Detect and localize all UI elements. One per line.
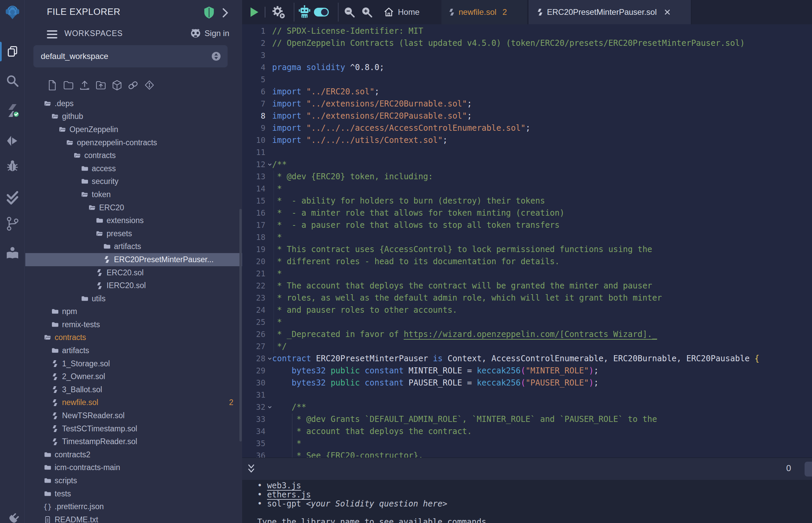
line-number[interactable]: 25 xyxy=(242,316,267,328)
sidebar-item-unit-testing[interactable] xyxy=(0,190,25,206)
remix-logo[interactable] xyxy=(0,3,25,22)
upload-file-icon[interactable] xyxy=(79,79,90,91)
chevron-right-icon[interactable] xyxy=(222,7,229,18)
line-number[interactable]: 6 xyxy=(242,86,267,98)
line-number[interactable]: 28 xyxy=(242,353,267,365)
create-folder-icon[interactable] xyxy=(63,79,73,91)
line-number[interactable]: 18 xyxy=(242,231,267,243)
sidebar-item-solidity-compiler[interactable] xyxy=(0,101,25,121)
line-number[interactable]: 16 xyxy=(242,207,267,219)
line-number[interactable]: 11 xyxy=(242,146,267,158)
line-number[interactable]: 2 xyxy=(242,37,267,49)
tree-item-token[interactable]: token xyxy=(25,188,242,201)
ai-assistant-robot-icon[interactable] xyxy=(297,0,312,24)
line-number[interactable]: 20 xyxy=(242,255,267,268)
publish-workspace-icon[interactable] xyxy=(112,79,122,91)
tree-item-remix-tests[interactable]: remix-tests xyxy=(25,318,242,331)
fold-chevron-icon[interactable] xyxy=(267,401,272,413)
line-number[interactable]: 1 xyxy=(242,25,267,37)
line-number[interactable]: 9 xyxy=(242,122,267,134)
terminal-link[interactable]: web3.js xyxy=(267,481,301,490)
tree-item-artifacts[interactable]: artifacts xyxy=(25,240,242,253)
tree-item-tests[interactable]: tests xyxy=(25,487,242,501)
line-number[interactable]: 12 xyxy=(242,158,267,170)
line-number[interactable]: 36 xyxy=(242,450,267,458)
shield-icon[interactable] xyxy=(203,6,215,20)
tree-item-erc20-sol[interactable]: ERC20.sol xyxy=(25,266,242,279)
tab-newfile-sol[interactable]: newfile.sol 2 xyxy=(441,0,527,24)
terminal-bar[interactable]: 0 xyxy=(242,458,812,480)
line-number[interactable]: 29 xyxy=(242,365,267,377)
workspace-select[interactable]: default_workspace xyxy=(33,45,228,67)
line-number[interactable]: 21 xyxy=(242,268,267,280)
sidebar-item-debugger[interactable] xyxy=(0,158,25,173)
tree-item-presets[interactable]: presets xyxy=(25,227,242,240)
line-number[interactable]: 13 xyxy=(242,170,267,183)
tree-item-deps[interactable]: .deps xyxy=(25,97,242,110)
line-number[interactable]: 7 xyxy=(242,98,267,110)
tree-item-1-storage-sol[interactable]: 1_Storage.sol xyxy=(25,357,242,371)
tree-item-scripts[interactable]: scripts xyxy=(25,474,242,487)
tree-item-openzeppelin[interactable]: OpenZeppelin xyxy=(25,123,242,136)
fold-chevron-icon[interactable] xyxy=(267,158,272,170)
line-number[interactable]: 14 xyxy=(242,183,267,195)
tree-item-access[interactable]: access xyxy=(25,162,242,175)
line-number[interactable]: 30 xyxy=(242,377,267,389)
tree-item-2-owner-sol[interactable]: 2_Owner.sol xyxy=(25,370,242,383)
line-number[interactable]: 24 xyxy=(242,304,267,316)
run-script-button[interactable] xyxy=(248,0,260,24)
line-number[interactable]: 31 xyxy=(242,389,267,401)
import-url-link-icon[interactable] xyxy=(128,79,138,91)
tree-item-utils[interactable]: utils xyxy=(25,292,242,305)
explorer-scrollbar[interactable] xyxy=(240,209,242,441)
line-number[interactable]: 22 xyxy=(242,280,267,292)
tree-item-security[interactable]: security xyxy=(25,175,242,188)
terminal-expand-icon[interactable] xyxy=(247,464,255,474)
tree-item-extensions[interactable]: extensions xyxy=(25,214,242,227)
sidebar-item-deploy-run[interactable] xyxy=(0,133,25,148)
line-number[interactable]: 8 xyxy=(242,110,267,122)
tree-item-3-ballot-sol[interactable]: 3_Ballot.sol xyxy=(25,383,242,396)
tree-item-prettierrc-json[interactable]: {}.prettierrc.json xyxy=(25,500,242,513)
terminal-search-box[interactable] xyxy=(805,462,812,476)
tab-erc20presetminterpauser-sol[interactable]: ERC20PresetMinterPauser.sol xyxy=(528,0,691,24)
line-number[interactable]: 23 xyxy=(242,292,267,304)
line-number[interactable]: 26 xyxy=(242,328,267,340)
workspace-menu-icon[interactable] xyxy=(47,30,57,38)
line-number[interactable]: 34 xyxy=(242,425,267,437)
line-number[interactable]: 17 xyxy=(242,219,267,231)
tree-item-timestampreader-sol[interactable]: TimestampReader.sol xyxy=(25,435,242,448)
code-editor[interactable]: 1// SPDX-License-Identifier: MIT2// Open… xyxy=(242,24,812,458)
sidebar-item-learneth[interactable] xyxy=(0,245,25,262)
line-number[interactable]: 10 xyxy=(242,134,267,146)
line-number[interactable]: 19 xyxy=(242,243,267,255)
tree-item-testsctimestamp-sol[interactable]: TestSCTimestamp.sol xyxy=(25,422,242,435)
terminal-link[interactable]: ethers.js xyxy=(267,490,311,500)
tree-item-erc20[interactable]: ERC20 xyxy=(25,201,242,214)
fold-chevron-icon[interactable] xyxy=(267,353,272,365)
tree-item-artifacts[interactable]: artifacts xyxy=(25,344,242,357)
zoom-in-icon[interactable] xyxy=(360,0,374,24)
script-runner-config-button[interactable] xyxy=(271,0,286,24)
create-file-icon[interactable] xyxy=(47,79,57,91)
line-number[interactable]: 35 xyxy=(242,437,267,450)
line-number[interactable]: 15 xyxy=(242,195,267,207)
github-sign-in-button[interactable]: Sign in xyxy=(190,28,229,38)
tree-item-newtsreader-sol[interactable]: NewTSReader.sol xyxy=(25,409,242,422)
line-number[interactable]: 3 xyxy=(242,49,267,61)
line-number[interactable]: 4 xyxy=(242,61,267,73)
tree-item-contracts2[interactable]: contracts2 xyxy=(25,448,242,461)
line-number[interactable]: 33 xyxy=(242,413,267,425)
tree-item-icm-contracts-main[interactable]: icm-contracts-main xyxy=(25,461,242,474)
terminal-output[interactable]: • web3.js• ethers.js• sol-gpt <your Soli… xyxy=(242,480,812,523)
tree-item-newfile-sol[interactable]: newfile.sol2 xyxy=(25,396,242,410)
tree-item-ierc20-sol[interactable]: IERC20.sol xyxy=(25,279,242,292)
tree-item-github[interactable]: github xyxy=(25,110,242,123)
tree-item-erc20presetminterpauser[interactable]: ERC20PresetMinterPauser... xyxy=(25,253,242,266)
sidebar-item-git[interactable] xyxy=(0,216,25,232)
sidebar-item-search[interactable] xyxy=(0,72,25,90)
tree-item-contracts[interactable]: contracts xyxy=(25,331,242,344)
clone-repository-icon[interactable] xyxy=(144,79,155,91)
close-icon[interactable] xyxy=(664,9,671,16)
tree-item-readme-txt[interactable]: README.txt xyxy=(25,513,242,523)
